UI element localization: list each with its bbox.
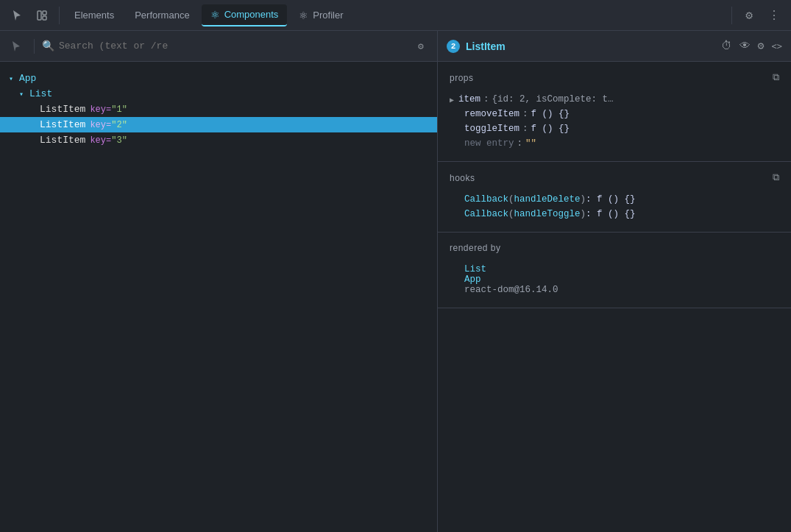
key-name-2: key (90, 120, 106, 130)
prop-expand-item[interactable]: ▶ (450, 96, 454, 104)
search-magnifier-icon: 🔍 (42, 40, 54, 52)
prop-row-removeitem: removeItem : f () {} (464, 107, 779, 121)
tab-performance[interactable]: Performance (126, 5, 198, 25)
prop-row-item: ▶ item : {id: 2, isComplete: t… (450, 92, 779, 107)
component-name-app: App (19, 73, 36, 84)
right-panel-header: 2 ListItem ⏱ 👁 ⚙ <> (438, 31, 791, 62)
hook-paren-open-1: ( (508, 194, 514, 205)
rendered-by-section: rendered by List App react-dom@16.14.0 (438, 233, 791, 308)
hook-callback-1: Callback (464, 194, 508, 205)
rendered-by-item-app[interactable]: App (464, 274, 779, 285)
arrow-list: ▾ (19, 90, 29, 99)
rendered-by-item-reactdom: react-dom@16.14.0 (464, 285, 779, 295)
main-content: 🔍 ⚙ ▾ App ▾ List ListItem (0, 31, 791, 532)
components-react-icon: ⚛ (210, 9, 220, 21)
prop-colon-removeitem: : (522, 109, 528, 119)
hooks-copy-icon[interactable]: ⧉ (773, 172, 779, 183)
prop-row-toggleitem: toggleItem : f () {} (464, 121, 779, 136)
prop-value-removeitem: f () {} (531, 109, 570, 119)
rendered-by-list: List App react-dom@16.14.0 (464, 262, 779, 297)
rendered-by-title: rendered by (450, 243, 501, 253)
hook-value-1: : f () {} (586, 194, 636, 205)
key-attr-3: key="3" (90, 135, 127, 146)
component-name-listitem-3: ListItem (40, 135, 85, 146)
hooks-section: hooks ⧉ Callback ( handleDelete ) : f ()… (438, 162, 791, 233)
props-section: props ⧉ ▶ item : {id: 2, isComplete: t… … (438, 62, 791, 162)
toolbar-right: ⚙ ⋮ (728, 4, 785, 26)
prop-value-item: {id: 2, isComplete: t… (492, 94, 614, 104)
key-val-1: "1" (111, 104, 127, 115)
tree-item-app[interactable]: ▾ App (0, 71, 437, 86)
cursor-icon[interactable] (6, 4, 28, 26)
component-name-listitem-1: ListItem (40, 104, 85, 115)
key-val-2: "2" (111, 120, 127, 130)
tree-item-listitem-1[interactable]: ListItem key="1" (0, 102, 437, 117)
tab-elements-label: Elements (74, 10, 114, 21)
prop-colon-toggleitem: : (522, 124, 528, 134)
toolbar: Elements Performance ⚛ Components ⚛ Prof… (0, 0, 791, 31)
right-panel: 2 ListItem ⏱ 👁 ⚙ <> props ⧉ ▶ item : {id… (438, 31, 791, 532)
prop-row-newentry: new entry : "" (464, 136, 779, 151)
hook-paren-close-2: ) (581, 209, 586, 219)
profiler-react-icon: ⚛ (299, 10, 308, 21)
tab-elements[interactable]: Elements (65, 5, 123, 25)
component-tree: ▾ App ▾ List ListItem key="1" (0, 62, 437, 532)
props-section-title: props (450, 73, 474, 83)
hook-arg-2: handleToggle (514, 209, 581, 219)
prop-colon-newentry: : (517, 138, 523, 149)
hook-value-2: : f () {} (586, 209, 636, 219)
prop-colon-item: : (483, 94, 489, 104)
hook-paren-close-1: ) (581, 194, 586, 205)
tree-item-listitem-2[interactable]: ListItem key="2" (0, 117, 437, 132)
rendered-by-item-list[interactable]: List (464, 264, 779, 274)
key-attr-2: key="2" (90, 120, 127, 130)
tab-profiler[interactable]: ⚛ Profiler (290, 5, 352, 26)
props-section-header: props ⧉ (450, 72, 779, 83)
rendered-by-header: rendered by (450, 243, 779, 253)
hook-row-handledelete: Callback ( handleDelete ) : f () {} (450, 192, 779, 207)
layout-icon[interactable] (31, 4, 53, 26)
settings-icon[interactable]: ⚙ (738, 4, 760, 26)
search-bar: 🔍 ⚙ (0, 31, 437, 62)
eye-icon[interactable]: 👁 (739, 40, 751, 53)
hook-paren-open-2: ( (508, 209, 514, 219)
more-icon[interactable]: ⋮ (763, 4, 785, 26)
hook-arg-1: handleDelete (514, 194, 581, 205)
rendered-link-app: App (464, 274, 481, 285)
tab-components-label: Components (224, 9, 279, 20)
right-header-icons: ⏱ 👁 ⚙ <> (721, 39, 782, 53)
svg-rect-1 (43, 11, 46, 15)
rendered-link-list: List (464, 264, 486, 274)
hooks-section-header: hooks ⧉ (450, 172, 779, 183)
svg-rect-2 (43, 16, 46, 20)
tree-item-listitem-3[interactable]: ListItem key="3" (0, 132, 437, 148)
component-badge: 2 (447, 40, 460, 53)
arrow-app: ▾ (9, 74, 19, 83)
hook-row-handletoggle: Callback ( handleToggle ) : f () {} (450, 207, 779, 221)
prop-key-removeitem: removeItem (464, 109, 519, 119)
component-name-list: List (29, 88, 52, 99)
key-val-3: "3" (111, 135, 127, 146)
key-name-1: key (90, 104, 106, 115)
prop-key-item: item (458, 94, 480, 104)
inspect-cursor-icon[interactable] (6, 36, 26, 57)
search-divider (34, 39, 35, 54)
search-settings-icon[interactable]: ⚙ (411, 36, 431, 57)
tree-item-list[interactable]: ▾ List (0, 86, 437, 102)
key-attr-1: key="1" (90, 104, 127, 115)
prop-value-newentry: "" (525, 138, 536, 149)
search-input[interactable] (59, 40, 406, 52)
tab-performance-label: Performance (135, 10, 189, 21)
settings-component-icon[interactable]: ⚙ (758, 39, 765, 53)
prop-key-newentry: new entry (464, 138, 514, 149)
timer-icon[interactable]: ⏱ (721, 40, 732, 53)
component-name-listitem-2: ListItem (40, 119, 85, 130)
source-code-icon[interactable]: <> (772, 41, 782, 52)
rendered-plain-reactdom: react-dom@16.14.0 (464, 285, 558, 295)
prop-key-toggleitem: toggleItem (464, 124, 519, 134)
props-copy-icon[interactable]: ⧉ (773, 72, 779, 83)
hook-callback-2: Callback (464, 209, 508, 219)
tab-profiler-label: Profiler (313, 10, 343, 21)
tab-components[interactable]: ⚛ Components (202, 4, 288, 26)
toolbar-divider-2 (731, 7, 732, 24)
